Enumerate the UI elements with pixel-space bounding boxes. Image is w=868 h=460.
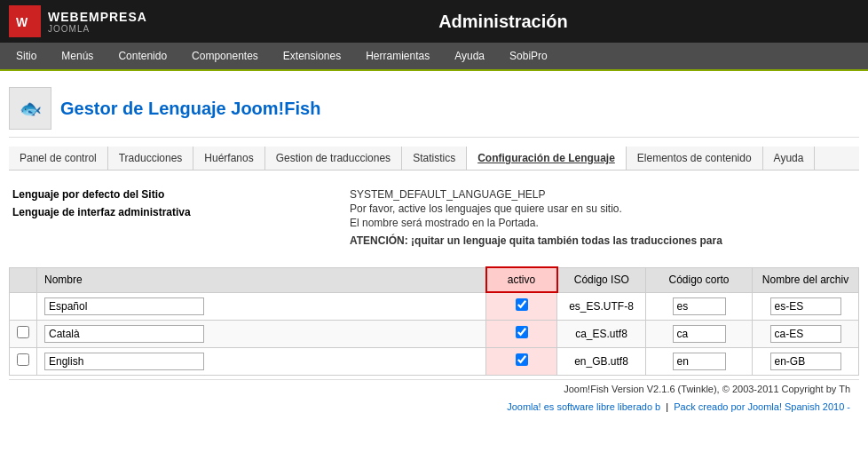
subnav-elementos[interactable]: Elementos de contenido: [627, 147, 763, 170]
col-header-check: [10, 267, 37, 292]
row1-activo-cell: [486, 292, 557, 320]
subnav-panel-control[interactable]: Panel de control: [9, 147, 108, 170]
subnav-statistics[interactable]: Statistics: [402, 147, 467, 170]
row1-iso-value: es_ES.UTF-8: [569, 300, 634, 313]
row1-check-cell: [10, 292, 37, 320]
col-header-short: Código corto: [646, 267, 753, 292]
row3-name-cell: [37, 347, 486, 375]
page-content: 🐟 Gestor de Lenguaje Joom!Fish Panel de …: [0, 71, 868, 424]
info-labels: Lenguaje por defecto del Sitio Lenguaje …: [12, 188, 350, 247]
row2-iso-cell: ca_ES.utf8: [557, 320, 646, 347]
col-header-file: Nombre del archiv: [753, 267, 859, 292]
header: W WEBEMPRESA JOOMLA Administración: [0, 0, 868, 43]
row2-file-cell: [753, 320, 859, 347]
row2-activo-checkbox[interactable]: [516, 326, 528, 338]
row2-name-input[interactable]: [44, 325, 204, 343]
row1-name-input[interactable]: [44, 297, 204, 315]
page-header-icon: 🐟: [9, 87, 51, 130]
nav-item-extensiones[interactable]: Extensiones: [271, 42, 353, 70]
subnav-huerfanos[interactable]: Huérfanos: [193, 147, 264, 170]
row2-activo-cell: [486, 320, 557, 347]
logo-main-text: WEBEMPRESA: [48, 10, 147, 24]
row3-file-input[interactable]: [770, 353, 841, 370]
row2-short-input[interactable]: [673, 325, 726, 343]
help-line2: El nombre será mostrado en la Portada.: [350, 217, 856, 229]
help-system-text: SYSTEM_DEFAULT_LANGUAGE_HELP: [350, 188, 856, 201]
table-row: ca_ES.utf8: [10, 320, 859, 347]
logo: W WEBEMPRESA JOOMLA: [9, 5, 147, 37]
page-header: 🐟 Gestor de Lenguaje Joom!Fish: [9, 80, 859, 138]
row3-short-cell: [646, 347, 753, 375]
header-title: Administración: [147, 12, 859, 32]
help-line1: Por favor, active los lenguajes que quie…: [350, 202, 856, 215]
navbar: Sitio Menús Contenido Componentes Extens…: [0, 43, 868, 71]
sub-nav: Panel de control Traducciones Huérfanos …: [9, 147, 859, 171]
row1-name-cell: [37, 292, 486, 320]
logo-sub-text: JOOMLA: [48, 24, 147, 34]
row1-file-input[interactable]: [770, 297, 841, 315]
label-default-lang: Lenguaje por defecto del Sitio: [12, 188, 350, 201]
row2-row-checkbox[interactable]: [17, 326, 29, 338]
subnav-traducciones[interactable]: Traducciones: [108, 147, 194, 170]
logo-text: WEBEMPRESA JOOMLA: [48, 10, 147, 34]
row3-activo-cell: [486, 347, 557, 375]
nav-item-ayuda[interactable]: Ayuda: [442, 42, 497, 70]
row3-short-input[interactable]: [673, 353, 726, 370]
row2-name-cell: [37, 320, 486, 347]
nav-item-menus[interactable]: Menús: [49, 42, 106, 70]
row1-short-input[interactable]: [673, 297, 726, 315]
nav-item-sitio[interactable]: Sitio: [4, 42, 49, 70]
row3-iso-value: en_GB.utf8: [574, 355, 628, 368]
subnav-ayuda[interactable]: Ayuda: [763, 147, 816, 170]
row2-check-cell: [10, 320, 37, 347]
footer-copyright: Joom!Fish Version V2.1.6 (Twinkle), © 20…: [9, 379, 859, 398]
pack-link[interactable]: Pack creado por Joomla! Spanish 2010 -: [674, 401, 850, 412]
row3-row-checkbox[interactable]: [17, 353, 29, 366]
row3-iso-cell: en_GB.utf8: [557, 347, 646, 375]
row2-short-cell: [646, 320, 753, 347]
row1-iso-cell: es_ES.UTF-8: [557, 292, 646, 320]
row1-short-cell: [646, 292, 753, 320]
nav-item-sobipro[interactable]: SobiPro: [497, 42, 560, 70]
nav-item-componentes[interactable]: Componentes: [179, 42, 271, 70]
col-header-iso: Código ISO: [557, 267, 646, 292]
nav-item-herramientas[interactable]: Herramientas: [353, 42, 442, 70]
col-header-name: Nombre: [37, 267, 486, 292]
row3-file-cell: [753, 347, 859, 375]
svg-text:W: W: [16, 15, 28, 29]
page-title: Gestor de Lenguaje Joom!Fish: [60, 99, 320, 119]
col-header-activo: activo: [486, 267, 557, 292]
subnav-configuracion[interactable]: Configuración de Lenguaje: [467, 147, 627, 170]
subnav-gestion[interactable]: Gestion de traducciones: [265, 147, 402, 170]
table-row: en_GB.utf8: [10, 347, 859, 375]
row3-name-input[interactable]: [44, 353, 204, 370]
footer-text: Joom!Fish Version V2.1.6 (Twinkle), © 20…: [564, 384, 850, 394]
row1-file-cell: [753, 292, 859, 320]
info-text: SYSTEM_DEFAULT_LANGUAGE_HELP Por favor, …: [350, 188, 856, 247]
help-warning: ATENCIÓN: ¡quitar un lenguaje quita tamb…: [350, 234, 856, 247]
row1-activo-checkbox[interactable]: [516, 298, 528, 311]
fish-icon: 🐟: [20, 98, 42, 119]
logo-icon: W: [9, 5, 41, 37]
row3-activo-checkbox[interactable]: [516, 353, 528, 366]
joomla-link[interactable]: Joomla! es software libre liberado b: [507, 401, 660, 412]
label-admin-lang: Lenguaje de interfaz administrativa: [12, 206, 350, 218]
row3-check-cell: [10, 347, 37, 375]
row2-iso-value: ca_ES.utf8: [575, 328, 627, 340]
language-table: Nombre activo Código ISO Código corto No…: [9, 266, 859, 376]
footer-links: Joomla! es software libre liberado b | P…: [9, 398, 859, 416]
info-section: Lenguaje por defecto del Sitio Lenguaje …: [9, 181, 859, 254]
nav-item-contenido[interactable]: Contenido: [106, 42, 179, 70]
row2-file-input[interactable]: [770, 325, 841, 343]
table-row: es_ES.UTF-8: [10, 292, 859, 320]
